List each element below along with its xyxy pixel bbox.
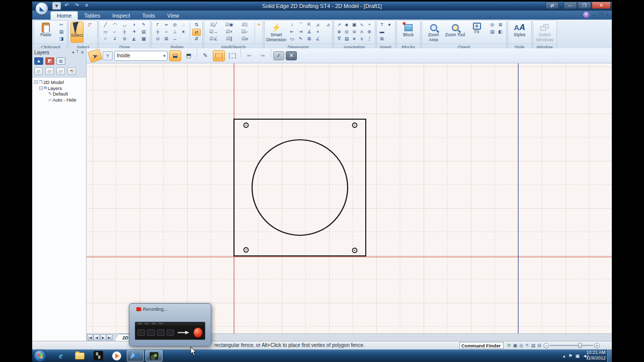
tool-icon[interactable]: ⊘ — [120, 36, 129, 43]
tool-icon[interactable]: ◧ — [497, 29, 505, 36]
application-menu-button[interactable]: ◣ — [35, 2, 48, 15]
tool-icon[interactable]: ⇵ — [192, 36, 201, 43]
styles-button[interactable]: AA Styles — [510, 22, 530, 43]
tool-icon[interactable]: ∗ — [179, 29, 188, 36]
start-button[interactable] — [34, 349, 46, 362]
zoom-tool-button[interactable]: Zoom Tool — [445, 22, 465, 43]
prev-sheet-button[interactable]: ◀ — [94, 334, 100, 340]
tool-icon[interactable]: T — [378, 22, 386, 29]
doc-close-button[interactable]: × — [606, 12, 609, 18]
switch-windows-button[interactable]: Switch Windows — [535, 22, 555, 43]
zoom-area-button[interactable]: Zoom Area — [424, 22, 444, 43]
window-view-icon[interactable]: ▣ — [513, 343, 518, 348]
tab-home[interactable]: Home — [50, 11, 78, 20]
panel-menu-icon[interactable]: ▾ — [72, 50, 74, 55]
tool-icon[interactable]: ∨ — [358, 36, 366, 43]
new-layer-button[interactable]: ▱ — [34, 67, 43, 75]
hide-layer-button[interactable]: ▱ — [56, 67, 65, 75]
tool-icon[interactable]: ☀ — [129, 29, 139, 36]
tool-icon[interactable]: ☑∣ — [237, 22, 253, 29]
tree-item-auto-hide[interactable]: ▱ Auto - Hide — [48, 97, 85, 103]
taskbar-app-dark[interactable]: ▚ — [90, 350, 107, 361]
tool-icon[interactable]: ∗ — [351, 36, 358, 43]
tool-icon[interactable]: ↔ — [171, 36, 179, 43]
tool-icon[interactable]: ⊥ — [171, 29, 179, 36]
tool-icon[interactable]: ▬ — [378, 29, 386, 36]
tool-icon[interactable]: ☑∥ — [221, 36, 237, 43]
drawing-canvas[interactable] — [87, 63, 612, 333]
previous-button[interactable]: ⬅ — [243, 50, 255, 61]
tool-icon[interactable]: ☑→ — [206, 29, 221, 36]
redo-button[interactable]: ↷ — [72, 2, 81, 10]
show-layer-button[interactable]: ▱ — [45, 67, 54, 75]
next-sheet-button[interactable]: ▶ — [100, 334, 106, 340]
rectangular-fence-button[interactable] — [213, 50, 225, 61]
tool-icon[interactable]: ┼ — [153, 29, 162, 36]
fit-button[interactable]: ✥ Fit — [467, 22, 487, 43]
tool-icon[interactable]: ✂ — [57, 22, 65, 29]
tool-icon[interactable]: ▣ — [351, 22, 358, 29]
refresh-icon[interactable]: ⟳ — [507, 343, 511, 348]
tab-view[interactable]: View — [161, 12, 185, 20]
layer-options-button[interactable]: ⟲ — [67, 67, 76, 75]
tool-icon[interactable]: ◎ — [171, 22, 179, 29]
tool-icon[interactable]: ▦ — [139, 36, 148, 43]
taskbar-internet-explorer[interactable]: e — [52, 350, 69, 361]
tray-expand-icon[interactable]: ▴ — [563, 353, 566, 358]
tab-tables[interactable]: Tables — [78, 12, 106, 20]
taskbar-media-player[interactable] — [108, 350, 125, 361]
zoom-icon[interactable]: ◎ — [519, 343, 523, 348]
tool-icon[interactable]: ▭ — [288, 36, 296, 43]
tool-icon[interactable]: ╱ — [101, 22, 110, 29]
tool-icon[interactable] — [386, 29, 393, 36]
expander-icon[interactable]: − — [39, 86, 43, 90]
panel-pin-icon[interactable]: ⍑ — [76, 50, 78, 55]
tab-tools[interactable]: Tools — [136, 12, 162, 20]
zoom-slider[interactable]: − + — [543, 343, 600, 348]
tool-icon[interactable]: ⊞ — [162, 36, 171, 43]
network-icon[interactable]: ▣ — [576, 353, 580, 358]
tool-icon[interactable]: ⇱ — [305, 22, 313, 29]
undo-button[interactable]: ↶ — [62, 2, 71, 10]
cancel-button[interactable]: ✕ — [286, 51, 297, 60]
tool-icon[interactable]: ☑⌀ — [237, 36, 253, 43]
layers-tab-icon[interactable]: ⧉ — [56, 57, 65, 65]
tool-icon[interactable]: ⊞ — [378, 36, 386, 43]
tab-inspect[interactable]: Inspect — [106, 12, 136, 20]
tool-icon[interactable]: ∇ — [336, 36, 343, 43]
accept-button[interactable]: ✓ — [273, 51, 284, 60]
tree-item-default[interactable]: ✎ Default — [48, 91, 85, 97]
tool-icon[interactable]: ⌒ — [296, 22, 305, 29]
tool-icon[interactable]: ● — [386, 22, 393, 29]
tool-icon[interactable]: ≂ — [162, 22, 171, 29]
tool-icon[interactable]: ◎ — [343, 29, 351, 36]
paste-button[interactable]: Paste — [36, 22, 56, 43]
tool-icon[interactable]: ⊿ — [313, 22, 322, 29]
polygon-fence-button[interactable] — [226, 50, 238, 61]
tool-icon[interactable]: ◈ — [343, 22, 351, 29]
zoom-track[interactable] — [550, 345, 593, 346]
tool-icon[interactable]: ○ — [101, 36, 110, 43]
tool-icon[interactable]: ↕ — [288, 22, 296, 29]
selection-filter-icon[interactable]: Y — [103, 51, 113, 60]
tool-icon[interactable]: ▤ — [343, 36, 351, 43]
tool-icon[interactable]: + — [366, 22, 373, 29]
sheet-view-icon[interactable]: ▤ — [531, 343, 535, 348]
tool-icon[interactable]: Γ — [153, 22, 162, 29]
tool-icon[interactable]: ⊙ — [153, 36, 162, 43]
tool-icon[interactable]: ⇥ — [296, 29, 305, 36]
tree-item-layers[interactable]: − ⧉ Layers — [39, 85, 85, 92]
tool-icon[interactable]: ⊞ — [497, 22, 505, 29]
taskbar-solid-edge[interactable] — [127, 350, 144, 361]
zoom-in-button[interactable]: + — [594, 343, 600, 348]
tool-icon[interactable]: ◡ — [120, 22, 129, 29]
tool-icon[interactable]: ▤ — [139, 29, 148, 36]
tool-icon[interactable]: ◨ — [57, 36, 65, 43]
tool-icon[interactable]: ◭ — [129, 36, 139, 43]
taskbar-clock[interactable]: 10:21 AM 11/6/2012 — [586, 350, 606, 361]
tool-icon[interactable]: ☑× — [221, 29, 237, 36]
library-tab-icon[interactable]: ▲ — [34, 57, 43, 65]
tool-icon[interactable]: ∿ — [358, 22, 366, 29]
pin-button[interactable]: ⇄ — [545, 2, 559, 9]
next-button[interactable]: ➡ — [257, 50, 269, 61]
